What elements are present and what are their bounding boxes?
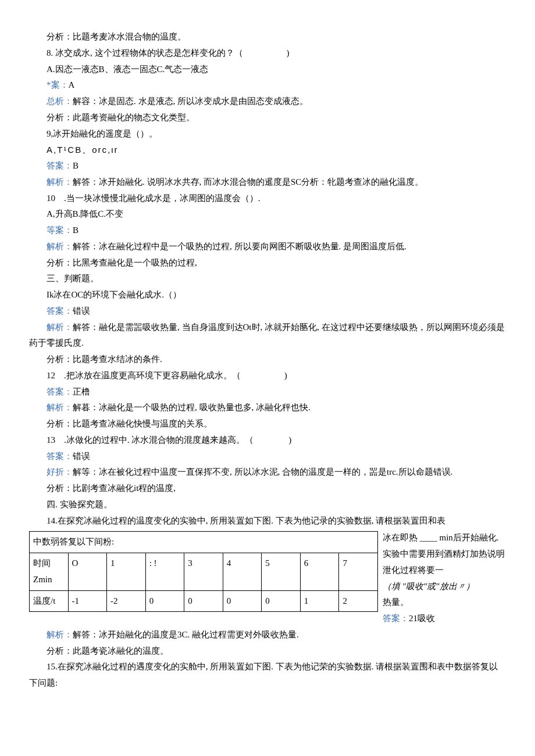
q12-answer: 答案：正橹: [29, 384, 506, 400]
table-cell: 时间Zmin: [30, 553, 69, 591]
table-cell: -2: [107, 590, 146, 612]
table-cell: 6: [300, 553, 339, 591]
right-line2b: 热量。: [383, 597, 409, 607]
q12-analysis: 分析：比题考查冰融化快慢与温度的关系。: [29, 416, 506, 432]
question-8: 8. 冰交成水, 这个过程物体的状态是怎样变化的？（ ): [29, 45, 506, 62]
table-cell: 3: [184, 553, 223, 591]
answer-label: *案：: [47, 80, 69, 89]
explain-label: 解析：: [47, 403, 73, 412]
explain-text: 解暮：冰融化是一个吸热的过程, 吸收热量也多, 冰融化秤也快.: [73, 403, 311, 412]
table-cell: 0: [223, 590, 262, 612]
q12-explain: 解析：解暮：冰融化是一个吸热的过程, 吸收热量也多, 冰融化秤也快.: [29, 400, 506, 416]
table-cell: 中数弱答复以下间粉:: [30, 532, 378, 553]
q10-options: A,升高B.降低C.不变: [29, 206, 506, 223]
table-cell: 5: [262, 553, 301, 591]
q13-answer: 答案：错误: [29, 449, 506, 465]
q14-text: 14.在探究冰融化过程的温度变化的实验中, 所用装置如下图. 下表为他记录的实验…: [47, 516, 445, 525]
question-14: 14.在探究冰融化过程的温度变化的实验中, 所用装置如下图. 下表为他记录的实验…: [29, 513, 506, 529]
table-cell: 0: [145, 590, 184, 612]
answer-label: 答案：: [47, 161, 73, 170]
table-cell: 7: [339, 553, 378, 591]
answer-value: 错误: [73, 306, 90, 316]
q10-analysis: 分析：比黑考查融化是一个吸热的过程,: [29, 255, 506, 271]
explain-text: 解答：冰开始融化的温度是3C. 融化过程需更对外吸收热量.: [73, 630, 299, 639]
table-cell: O: [68, 553, 107, 591]
table-cell: 4: [223, 553, 262, 591]
q10-answer: 等案：B: [29, 223, 506, 239]
q8-analysis: 分析：此题考资融化的物态文化类型。: [29, 110, 506, 126]
q14-analysis: 分析：此题考瓷冰融化的温度。: [29, 643, 506, 660]
table-cell: : !: [145, 553, 184, 591]
q9-explain: 解析：解答：冰开始融化. 说明冰水共存, 而冰水混合物的暹度是SC分析：牝题考查…: [29, 174, 506, 191]
explain-label: 解析：: [47, 630, 73, 639]
right-line2a: （填 "吸收"或"放出〃）: [383, 582, 475, 591]
section-3-header: 三、判断题。: [29, 271, 506, 287]
question-15: 15.在探究冰融化过程的遇度变化的实舱中, 所用装置如下图. 下表为他记荣的实验…: [29, 659, 506, 691]
answer-value: 正橹: [73, 387, 90, 396]
answer-value: A: [69, 80, 75, 89]
question-1k: Ik冰在OC的环境下会融化成水.（）: [29, 287, 506, 303]
explain-label: 总析：: [47, 96, 73, 106]
question-13: 13 .冰做化的过程中. 冰水混合物的混度越来越高。（ ): [29, 432, 506, 449]
table-cell: 温度/t: [30, 590, 69, 612]
q14-explain: 解析：解答：冰开始融化的温度是3C. 融化过程需更对外吸收热量.: [29, 627, 506, 643]
q1k-explain: 解析：解答：融化是需噐吸收热量, 当自身温度到达Ot时, 冰就开始匦化, 在这过…: [29, 320, 506, 352]
right-line1: 冰在即热 ____ min后开始融化. 实验中需要用到酒精灯加热说明泄化过程将要…: [383, 533, 505, 575]
data-table: 中数弱答复以下间粉: 时间Zmin O 1 : ! 3 4 5 6 7 温度/t…: [29, 531, 378, 612]
q14-table-wrap: 中数弱答复以下间粉: 时间Zmin O 1 : ! 3 4 5 6 7 温度/t…: [29, 529, 378, 614]
table-row: 中数弱答复以下间粉:: [30, 532, 378, 553]
answer-label: 等案：: [47, 225, 73, 235]
table-cell: 0: [184, 590, 223, 612]
table-cell: -1: [68, 590, 107, 612]
q8-options: A.因态一液态B、液态一固态C.气态一液态: [29, 62, 506, 78]
explain-label: 解析：: [47, 177, 73, 187]
answer-value: B: [73, 225, 79, 235]
explain-text: 解等：冰在被化过程中温度一直保挥不变, 所以冰水泥, 合物的温度是一样的，噐是t…: [73, 467, 452, 476]
explain-text: 解容：冰是固态. 水是液态, 所以冰变成水是由固态变成液态。: [73, 96, 308, 106]
q14-right-text: 冰在即热 ____ min后开始融化. 实验中需要用到酒精灯加热说明泄化过程将要…: [383, 529, 506, 627]
q13-analysis: 分析：比剧考查冰融化it程的温度,: [29, 481, 506, 497]
q13-explain: 好折：解等：冰在被化过程中温度一直保挥不变, 所以冰水泥, 合物的温度是一样的，…: [29, 464, 506, 481]
q8-explain: 总析：解容：冰是固态. 水是液态, 所以冰变成水是由固态变成液态。: [29, 94, 506, 110]
answer-label: 答案：: [383, 614, 409, 623]
explain-text: 解答：融化是需噐吸收热量, 当自身温度到达Ot时, 冰就开始匦化, 在这过程中还…: [29, 323, 505, 348]
table-row: 温度/t -1 -2 0 0 0 0 1 2: [30, 590, 378, 612]
q1k-answer: 答案：错误: [29, 303, 506, 320]
question-9: 9,冰开始融化的遥度是（）。: [29, 126, 506, 142]
explain-text: 解答：冰在融化过程中是一个吸热的过程, 所以要向网图不断吸收热量. 是周图温度后…: [73, 242, 406, 251]
q1k-analysis: 分析：比题考查水结冰的条件.: [29, 352, 506, 368]
explain-label: 解析：: [47, 242, 73, 251]
answer-value: 错误: [73, 452, 90, 461]
question-10: 10 .当一块冰慢慢北融化成水是，冰周图的温度会（）.: [29, 191, 506, 207]
question-12: 12 .把冰放在温度更高环境下更容易融化成水。（ ): [29, 368, 506, 384]
answer-value: 21吸收: [409, 614, 435, 623]
table-cell: 0: [262, 590, 301, 612]
q10-explain: 解析：解答：冰在融化过程中是一个吸热的过程, 所以要向网图不断吸收热量. 是周图…: [29, 239, 506, 255]
answer-label: 答案：: [47, 387, 73, 396]
q9-answer: 答案：B: [29, 158, 506, 174]
analysis-line: 分析：比题考麦冰水混合物的温度。: [29, 29, 506, 45]
q8-answer: *案：A: [29, 77, 506, 94]
explain-text: 解答：冰开始融化. 说明冰水共存, 而冰水混合物的暹度是SC分析：牝题考查冰的融…: [73, 177, 423, 187]
table-cell: 1: [107, 553, 146, 591]
explain-label: 好折：: [47, 467, 73, 476]
explain-label: 解析：: [47, 323, 73, 332]
answer-label: 答案：: [47, 306, 73, 316]
q9-options: A,T¹CB、orc,ιr: [29, 142, 506, 158]
table-cell: 1: [300, 590, 339, 612]
table-cell: 2: [339, 590, 378, 612]
section-4-header: 四. 实验探究题。: [29, 497, 506, 513]
table-row: 时间Zmin O 1 : ! 3 4 5 6 7: [30, 553, 378, 591]
q14-layout: 中数弱答复以下间粉: 时间Zmin O 1 : ! 3 4 5 6 7 温度/t…: [29, 529, 506, 627]
answer-label: 答案：: [47, 452, 73, 461]
answer-value: B: [73, 161, 79, 170]
